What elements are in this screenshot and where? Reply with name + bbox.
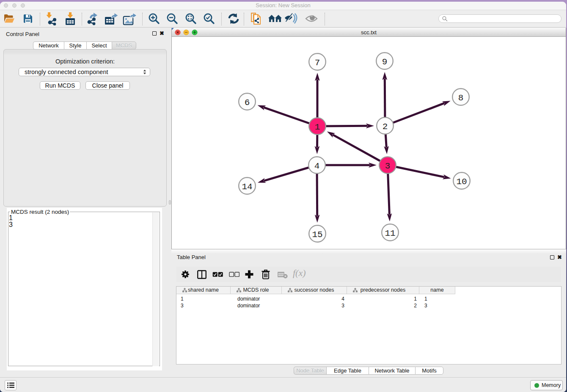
svg-text:6: 6 [245, 98, 250, 108]
svg-text:9: 9 [382, 57, 388, 67]
svg-text:3: 3 [385, 161, 391, 171]
svg-text:4: 4 [314, 161, 320, 171]
svg-text:15: 15 [312, 230, 322, 240]
svg-text:8: 8 [458, 93, 464, 103]
svg-text:1: 1 [315, 122, 320, 132]
svg-text:2: 2 [383, 122, 388, 132]
svg-text:11: 11 [385, 229, 395, 238]
svg-text:7: 7 [315, 58, 320, 68]
svg-text:14: 14 [242, 182, 252, 192]
svg-text:10: 10 [456, 177, 467, 187]
